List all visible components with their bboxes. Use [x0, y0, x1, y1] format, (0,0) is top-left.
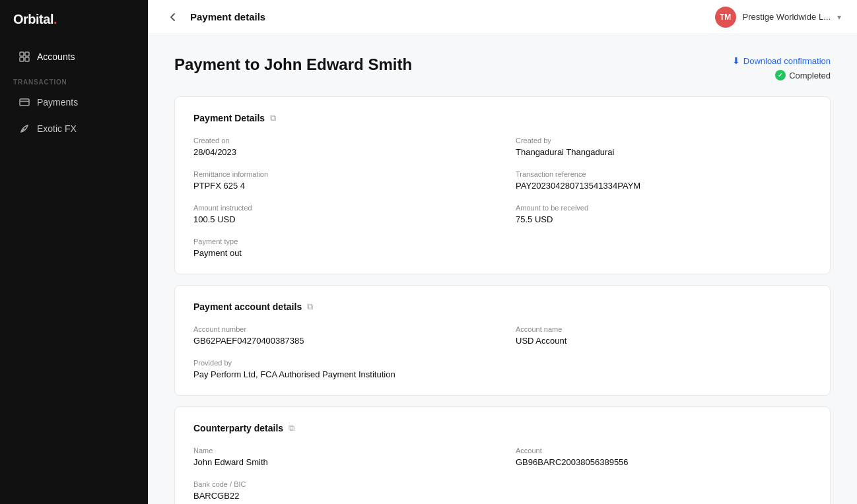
field-amount-received: Amount to be received 75.5 USD: [516, 204, 811, 224]
payment-details-card: Payment Details ⧉ Created on 28/04/2023 …: [174, 96, 831, 274]
org-name: Prestige Worldwide L...: [743, 12, 831, 22]
download-confirmation-link[interactable]: ⬇ Download confirmation: [732, 55, 831, 66]
field-created-by: Created by Thangadurai Thangadurai: [516, 137, 811, 157]
field-provided-by: Provided by Pay Perform Ltd, FCA Authori…: [193, 359, 811, 379]
field-transaction-ref: Transaction reference PAY202304280713541…: [516, 170, 811, 191]
counterparty-fields: Name John Edward Smith Account GB96BARC2…: [193, 447, 811, 501]
status-dot-icon: [775, 70, 786, 80]
accounts-label: Accounts: [37, 51, 75, 62]
transaction-section-label: TRANSACTION: [0, 71, 148, 88]
sidebar-item-exotic-fx[interactable]: Exotic FX: [5, 116, 143, 141]
content-area: Payment to John Edward Smith ⬇ Download …: [148, 34, 857, 504]
page-actions: ⬇ Download confirmation Completed: [732, 55, 831, 80]
header: Payment details TM Prestige Worldwide L.…: [148, 0, 857, 34]
sidebar-item-payments[interactable]: Payments: [5, 90, 143, 115]
counterparty-title-row: Counterparty details ⧉: [193, 423, 811, 433]
field-account-name: Account name USD Account: [516, 325, 811, 346]
svg-rect-0: [20, 52, 24, 56]
main-area: Payment details TM Prestige Worldwide L.…: [148, 0, 857, 504]
header-right: TM Prestige Worldwide L... ▾: [715, 7, 841, 28]
back-button[interactable]: [164, 8, 182, 26]
field-account-number: Account number GB62PAEF04270400387385: [193, 325, 489, 346]
credit-card-icon: [18, 96, 30, 108]
logo-text: Orbital.: [13, 12, 57, 27]
field-created-on: Created on 28/04/2023: [193, 137, 489, 157]
copy-icon-counterparty[interactable]: ⧉: [289, 423, 294, 433]
sidebar-nav: Accounts TRANSACTION Payments Exotic FX: [0, 38, 148, 504]
payment-account-title: Payment account details: [193, 301, 302, 312]
page-title: Payment to John Edward Smith: [174, 55, 412, 74]
exotic-fx-label: Exotic FX: [37, 123, 77, 134]
field-remittance: Remittance information PTPFX 625 4: [193, 170, 489, 191]
field-counterparty-account: Account GB96BARC20038056389556: [516, 447, 811, 467]
avatar: TM: [715, 7, 736, 28]
status-badge: Completed: [775, 70, 831, 80]
svg-rect-2: [20, 57, 24, 61]
svg-rect-3: [25, 57, 29, 61]
leaf-icon: [18, 123, 30, 135]
payments-label: Payments: [37, 97, 78, 108]
field-amount-instructed: Amount instructed 100.5 USD: [193, 204, 489, 224]
counterparty-title: Counterparty details: [193, 423, 283, 433]
copy-icon-payment-details[interactable]: ⧉: [270, 113, 276, 123]
copy-icon-payment-account[interactable]: ⧉: [307, 301, 313, 312]
payment-account-card: Payment account details ⧉ Account number…: [174, 285, 831, 396]
sidebar-item-accounts[interactable]: Accounts: [5, 44, 143, 69]
sidebar: Orbital. Accounts TRANSACTION: [0, 0, 148, 504]
download-icon: ⬇: [732, 55, 740, 66]
field-counterparty-name: Name John Edward Smith: [193, 447, 489, 467]
grid-icon: [18, 51, 30, 63]
payment-account-fields: Account number GB62PAEF04270400387385 Ac…: [193, 325, 811, 379]
payment-details-title-row: Payment Details ⧉: [193, 113, 811, 123]
payment-details-title: Payment Details: [193, 113, 265, 123]
chevron-down-icon[interactable]: ▾: [837, 13, 841, 22]
svg-rect-4: [20, 99, 29, 106]
page-header: Payment to John Edward Smith ⬇ Download …: [174, 55, 831, 80]
logo: Orbital.: [0, 0, 148, 38]
svg-rect-1: [25, 52, 29, 56]
status-label: Completed: [789, 71, 831, 80]
field-payment-type: Payment type Payment out: [193, 237, 489, 258]
field-bank-code: Bank code / BIC BARCGB22: [193, 480, 489, 501]
payment-details-fields: Created on 28/04/2023 Created by Thangad…: [193, 137, 811, 258]
counterparty-card: Counterparty details ⧉ Name John Edward …: [174, 406, 831, 504]
header-title: Payment details: [190, 11, 265, 22]
payment-account-title-row: Payment account details ⧉: [193, 301, 811, 312]
